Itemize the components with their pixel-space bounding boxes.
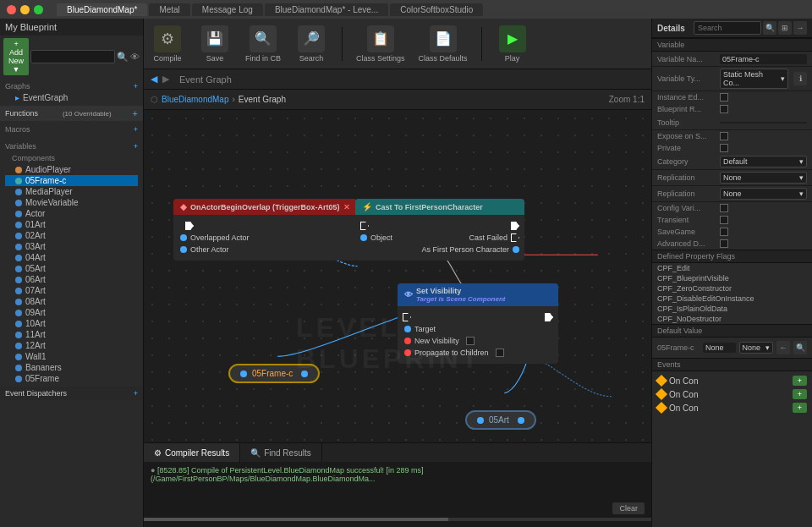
canvas[interactable]: ◆ OnActorBeginOverlap (TriggerBox-Art05)…	[144, 110, 651, 442]
audioplayer-item[interactable]: AudioPlayer	[5, 164, 138, 175]
play-button[interactable]: ▶ Play	[496, 25, 529, 63]
01art-item[interactable]: 01Art	[5, 219, 138, 230]
replication2-dropdown[interactable]: None ▾	[720, 188, 807, 200]
overlap-begin-title: OnActorBeginOverlap (TriggerBox-Art05)	[190, 203, 340, 211]
06art-item[interactable]: 06Art	[5, 274, 138, 285]
minimize-btn[interactable]	[20, 5, 30, 14]
graphs-header[interactable]: Graphs +	[5, 80, 138, 92]
event-dispatchers-header[interactable]: Event Dispatchers +	[5, 389, 138, 398]
02art-item[interactable]: 02Art	[5, 230, 138, 241]
11art-item[interactable]: 11Art	[5, 329, 138, 340]
05frame-item[interactable]: 05Frame	[5, 373, 138, 384]
vartype-dropdown[interactable]: Static Mesh Co... ▾	[720, 69, 788, 89]
nav-forward-icon[interactable]: ▶	[162, 74, 169, 85]
eye-icon[interactable]: 👁	[130, 52, 140, 62]
canvas-area[interactable]: ◆ OnActorBeginOverlap (TriggerBox-Art05)…	[144, 110, 651, 442]
close-btn[interactable]	[7, 5, 16, 14]
bananers-item[interactable]: Bananers	[5, 362, 138, 373]
tab-level[interactable]: BlueDiamondMap* - Leve...	[265, 3, 388, 16]
add-event-btn-1[interactable]: +	[793, 376, 807, 386]
search-icon[interactable]: 🔍	[117, 52, 129, 63]
compile-button[interactable]: ⚙ Compile	[151, 25, 184, 63]
add-new-button[interactable]: + Add New ▼	[3, 38, 29, 75]
zoom-label: Zoom 1:1	[609, 95, 645, 104]
find-results-tab[interactable]: 🔍 Find Results	[240, 443, 322, 462]
add-event-btn-3[interactable]: +	[793, 403, 807, 413]
class-defaults-button[interactable]: 📄 Class Defaults	[419, 25, 468, 63]
details-search-input[interactable]	[694, 21, 761, 35]
instance-editable-cb[interactable]	[720, 93, 728, 102]
add-function-icon[interactable]: +	[133, 108, 138, 118]
09art-item[interactable]: 09Art	[5, 307, 138, 318]
compiler-results-tab[interactable]: ⚙ Compiler Results	[144, 443, 240, 462]
tab-metal[interactable]: Metal	[149, 3, 189, 16]
private-cb[interactable]	[720, 144, 728, 152]
set-visibility-node[interactable]: 👁 Set Visibility Target is Scene Compone…	[398, 283, 558, 364]
wall1-item[interactable]: Wall1	[5, 351, 138, 362]
12art-item[interactable]: 12Art	[5, 340, 138, 351]
expose-spawn-cb[interactable]	[720, 132, 728, 140]
maximize-btn[interactable]	[34, 5, 43, 14]
actor-item[interactable]: Actor	[5, 208, 138, 219]
savegame-cb[interactable]	[720, 228, 728, 236]
default-val-search-btn[interactable]: 🔍	[793, 341, 807, 354]
tab-messagelog[interactable]: Message Log	[192, 3, 263, 16]
add-dispatcher-icon[interactable]: +	[134, 389, 138, 398]
frame-item[interactable]: 05Frame-c	[5, 175, 138, 186]
nav-back-icon[interactable]: ◀	[151, 74, 157, 85]
search-button[interactable]: 🔎 Search	[294, 25, 328, 63]
vartype-info-btn[interactable]: ℹ	[793, 72, 807, 85]
default-val-back-btn[interactable]: ←	[776, 341, 790, 354]
frame-var-node[interactable]: 05Frame-c	[228, 364, 320, 383]
08art-item[interactable]: 08Art	[5, 296, 138, 307]
default-value-area: 05Frame-c None None ▾ ← 🔍	[652, 338, 812, 358]
transient-cb[interactable]	[720, 216, 728, 224]
04art-item[interactable]: 04Art	[5, 252, 138, 263]
functions-label[interactable]: Functions	[5, 109, 38, 118]
tab-colorsoftbox[interactable]: ColorSoftboxStudio	[390, 3, 483, 16]
add-macro-icon[interactable]: +	[134, 125, 138, 134]
overlap-begin-node[interactable]: ◆ OnActorBeginOverlap (TriggerBox-Art05)…	[173, 199, 357, 261]
findincb-button[interactable]: 🔍 Find in CB	[245, 25, 281, 63]
new-visibility-checkbox[interactable]	[466, 337, 475, 345]
components-header[interactable]: Components	[5, 152, 138, 164]
add-event-btn-2[interactable]: +	[793, 389, 807, 399]
breadcrumb-graph[interactable]: Event Graph	[239, 95, 286, 104]
variables-header[interactable]: Variables +	[5, 140, 138, 152]
details-search-button[interactable]: 🔍	[763, 21, 776, 35]
details-grid-button[interactable]: ⊞	[778, 21, 792, 35]
movievariable-item[interactable]: MovieVariable	[5, 197, 138, 208]
transient-label: Transient	[657, 216, 716, 224]
10art-item[interactable]: 10Art	[5, 318, 138, 329]
class-settings-button[interactable]: 📋 Class Settings	[356, 25, 405, 63]
search-input[interactable]	[30, 50, 115, 63]
details-arrow-button[interactable]: →	[793, 21, 807, 35]
tooltip-value[interactable]	[720, 122, 807, 124]
07art-item[interactable]: 07Art	[5, 285, 138, 296]
blueprint-readonly-cb[interactable]	[720, 105, 728, 113]
breadcrumb-map[interactable]: BlueDiamondMap	[162, 95, 229, 104]
overlap-begin-close[interactable]: ✕	[343, 203, 350, 211]
default-value-dropdown[interactable]: None ▾	[739, 342, 774, 354]
mediaplayer-item[interactable]: MediaPlayer	[5, 186, 138, 197]
tab-bluediamondmap[interactable]: BlueDiamondMap*	[57, 3, 147, 16]
varname-value[interactable]: 05Frame-c	[720, 54, 807, 64]
add-graph-icon[interactable]: +	[134, 82, 138, 91]
macros-header[interactable]: Macros +	[5, 124, 138, 135]
art-var-node[interactable]: 05Art	[465, 410, 536, 430]
replication1-dropdown[interactable]: None ▾	[720, 172, 807, 184]
add-variable-icon[interactable]: +	[134, 142, 138, 151]
replication2-label: Replication	[657, 189, 716, 198]
04art-dot	[15, 255, 22, 261]
eventgraph-item[interactable]: ▸ EventGraph	[5, 92, 138, 103]
advanced-display-cb[interactable]	[720, 239, 728, 248]
category-dropdown[interactable]: Default ▾	[720, 156, 807, 167]
default-value-input[interactable]: None	[703, 343, 736, 353]
05art-item[interactable]: 05Art	[5, 263, 138, 274]
save-button[interactable]: 💾 Save	[198, 25, 232, 63]
config-variable-cb[interactable]	[720, 204, 728, 212]
clear-button[interactable]: Clear	[612, 502, 645, 514]
03art-item[interactable]: 03Art	[5, 241, 138, 252]
cast-node[interactable]: ⚡ Cast To FirstPersonCharacter	[355, 199, 524, 261]
propagate-checkbox[interactable]	[496, 349, 504, 357]
